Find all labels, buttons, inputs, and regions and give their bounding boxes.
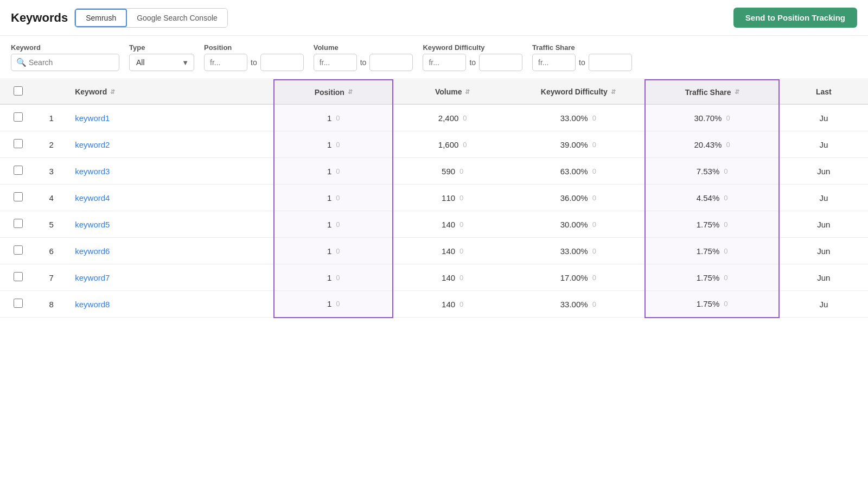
difficulty-filter-group: Keyword Difficulty to — [423, 43, 522, 71]
tab-google-search-console[interactable]: Google Search Console — [127, 9, 227, 27]
position-value: 1 — [327, 140, 331, 149]
row-last: Jun — [779, 238, 868, 264]
keyword-search-input[interactable] — [11, 54, 119, 71]
row-checkbox[interactable] — [14, 139, 23, 148]
tab-group: Semrush Google Search Console — [74, 8, 228, 28]
volume-delta: 0 — [459, 167, 463, 175]
difficulty-delta: 0 — [592, 194, 596, 202]
send-to-position-tracking-button[interactable]: Send to Position Tracking — [733, 8, 857, 28]
row-num: 8 — [36, 291, 66, 318]
volume-delta: 0 — [459, 274, 463, 282]
row-checkbox-cell — [0, 291, 36, 318]
row-traffic: 20.43% 0 — [645, 131, 778, 158]
row-position: 1 0 — [274, 264, 393, 291]
row-num: 6 — [36, 238, 66, 264]
keyword-link[interactable]: keyword2 — [75, 140, 110, 149]
volume-delta: 0 — [463, 141, 467, 149]
keyword-search-wrapper: 🔍 — [11, 54, 119, 71]
volume-value: 2,400 — [438, 113, 459, 123]
difficulty-value: 36.00% — [560, 193, 588, 203]
difficulty-value: 30.00% — [560, 220, 588, 229]
row-difficulty: 33.00% 0 — [512, 291, 645, 318]
row-checkbox[interactable] — [14, 112, 23, 122]
position-value: 1 — [327, 299, 331, 308]
volume-value: 1,600 — [438, 140, 459, 149]
top-bar-left: Keywords Semrush Google Search Console — [11, 8, 228, 28]
difficulty-delta: 0 — [592, 167, 596, 175]
keyword-link[interactable]: keyword7 — [75, 273, 110, 282]
keyword-link[interactable]: keyword5 — [75, 220, 110, 229]
th-position: Position ⇵ — [274, 80, 393, 104]
keyword-link[interactable]: keyword6 — [75, 246, 110, 256]
difficulty-delta: 0 — [592, 141, 596, 149]
row-keyword: keyword8 — [66, 291, 274, 318]
keyword-link[interactable]: keyword4 — [75, 193, 110, 203]
difficulty-delta: 0 — [592, 114, 596, 122]
traffic-value: 7.53% — [697, 167, 720, 176]
volume-value: 590 — [442, 167, 455, 176]
position-to-input[interactable] — [260, 54, 304, 71]
table-row: 5 keyword5 1 0 140 0 30.00% 0 — [0, 211, 868, 238]
position-from-input[interactable] — [204, 54, 247, 71]
row-checkbox-cell — [0, 131, 36, 158]
row-position: 1 0 — [274, 158, 393, 185]
type-select[interactable]: All Organic Paid — [129, 54, 194, 71]
row-volume: 140 0 — [393, 264, 512, 291]
position-sort-icon[interactable]: ⇵ — [348, 88, 353, 96]
th-traffic: Traffic Share ⇵ — [645, 80, 778, 104]
traffic-value: 30.70% — [694, 113, 722, 123]
position-value: 1 — [327, 113, 331, 123]
row-num: 5 — [36, 211, 66, 238]
difficulty-from-input[interactable] — [423, 54, 466, 71]
position-delta: 0 — [336, 300, 340, 308]
difficulty-value: 33.00% — [560, 113, 588, 123]
row-difficulty: 17.00% 0 — [512, 264, 645, 291]
row-traffic: 1.75% 0 — [645, 291, 778, 318]
row-checkbox[interactable] — [14, 299, 23, 308]
tab-semrush[interactable]: Semrush — [75, 9, 127, 27]
row-checkbox[interactable] — [14, 245, 23, 255]
select-all-checkbox[interactable] — [14, 86, 23, 96]
row-volume: 140 0 — [393, 238, 512, 264]
position-delta: 0 — [336, 114, 340, 122]
volume-from-input[interactable] — [314, 54, 357, 71]
table-row: 2 keyword2 1 0 1,600 0 39.00% 0 — [0, 131, 868, 158]
position-value: 1 — [327, 193, 331, 203]
keywords-table: Keyword ⇵ Position ⇵ Volume ⇵ — [0, 79, 868, 318]
difficulty-sort-icon[interactable]: ⇵ — [611, 88, 616, 96]
row-checkbox[interactable] — [14, 166, 23, 175]
row-checkbox[interactable] — [14, 219, 23, 228]
row-checkbox[interactable] — [14, 272, 23, 281]
keyword-link[interactable]: keyword8 — [75, 300, 110, 309]
traffic-to-input[interactable] — [589, 54, 632, 71]
row-keyword: keyword5 — [66, 211, 274, 238]
position-value: 1 — [327, 220, 331, 229]
type-filter-label: Type — [129, 43, 194, 52]
traffic-from-input[interactable] — [532, 54, 576, 71]
keyword-filter-label: Keyword — [11, 43, 119, 52]
keyword-sort-icon[interactable]: ⇵ — [110, 88, 115, 96]
volume-sort-icon[interactable]: ⇵ — [465, 88, 470, 96]
keyword-link[interactable]: keyword1 — [75, 113, 110, 123]
difficulty-to-input[interactable] — [479, 54, 522, 71]
traffic-value: 1.75% — [697, 246, 720, 256]
row-volume: 110 0 — [393, 185, 512, 211]
type-select-wrapper: All Organic Paid ▼ — [129, 54, 194, 71]
row-checkbox-cell — [0, 264, 36, 291]
volume-to-input[interactable] — [369, 54, 413, 71]
volume-value: 140 — [442, 300, 455, 309]
difficulty-value: 33.00% — [560, 246, 588, 256]
row-checkbox[interactable] — [14, 192, 23, 201]
difficulty-value: 63.00% — [560, 167, 588, 176]
row-last: Ju — [779, 104, 868, 131]
traffic-delta: 0 — [724, 300, 727, 308]
table-row: 8 keyword8 1 0 140 0 33.00% 0 — [0, 291, 868, 318]
keyword-link[interactable]: keyword3 — [75, 167, 110, 176]
page-title: Keywords — [11, 11, 68, 25]
difficulty-value: 17.00% — [560, 273, 588, 282]
row-difficulty: 33.00% 0 — [512, 238, 645, 264]
traffic-sort-icon[interactable]: ⇵ — [735, 88, 739, 96]
row-traffic: 1.75% 0 — [645, 238, 778, 264]
top-bar: Keywords Semrush Google Search Console S… — [0, 0, 868, 36]
row-keyword: keyword7 — [66, 264, 274, 291]
